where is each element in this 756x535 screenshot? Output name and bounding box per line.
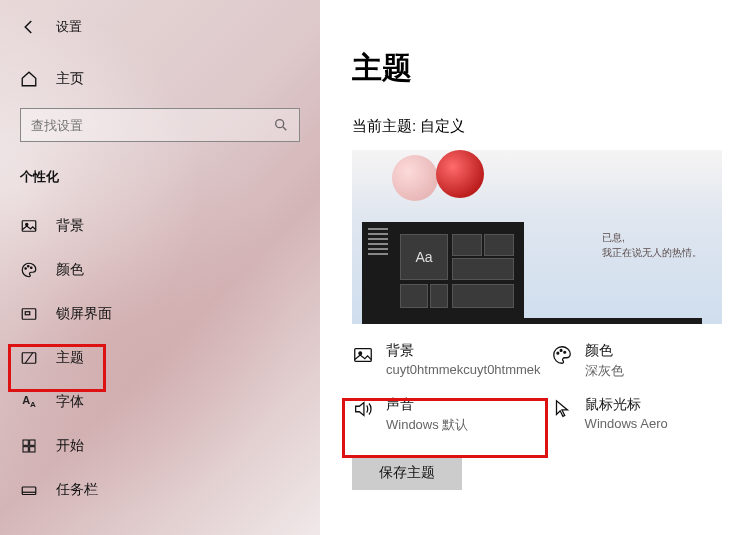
search-input[interactable]	[31, 118, 273, 133]
theme-option-color[interactable]: 颜色 深灰色	[551, 342, 738, 380]
sidebar-item-label: 背景	[56, 217, 84, 235]
back-button[interactable]	[20, 18, 38, 36]
palette-icon	[551, 344, 573, 366]
svg-point-16	[359, 352, 362, 355]
svg-rect-11	[23, 447, 28, 452]
svg-rect-6	[22, 309, 36, 320]
option-label: 鼠标光标	[585, 396, 668, 414]
svg-point-17	[557, 352, 559, 354]
sidebar-item-fonts[interactable]: AA 字体	[0, 380, 320, 424]
aa-tile: Aa	[400, 234, 448, 280]
option-value: 深灰色	[585, 362, 624, 380]
home-button[interactable]: 主页	[0, 60, 320, 108]
themes-icon	[20, 349, 38, 367]
taskbar-icon	[20, 481, 38, 499]
home-icon	[20, 70, 38, 88]
cursor-icon	[551, 398, 573, 420]
svg-rect-1	[22, 221, 36, 232]
sidebar-item-label: 主题	[56, 349, 84, 367]
sound-icon	[352, 398, 374, 420]
search-icon	[273, 117, 289, 133]
search-input-container[interactable]	[20, 108, 300, 142]
palette-icon	[20, 261, 38, 279]
svg-rect-10	[30, 440, 35, 445]
sidebar-item-background[interactable]: 背景	[0, 204, 320, 248]
theme-preview[interactable]: 已息, 我正在说无人的热情。 Aa	[352, 150, 722, 324]
svg-point-3	[25, 268, 27, 270]
svg-point-18	[560, 350, 562, 352]
svg-rect-9	[23, 440, 28, 445]
svg-point-5	[31, 267, 33, 269]
svg-rect-12	[30, 447, 35, 452]
current-theme-label: 当前主题: 自定义	[352, 117, 738, 136]
start-icon	[20, 437, 38, 455]
save-theme-button[interactable]: 保存主题	[352, 456, 462, 490]
option-value: Windows Aero	[585, 416, 668, 431]
sidebar-item-colors[interactable]: 颜色	[0, 248, 320, 292]
theme-option-sound[interactable]: 声音 Windows 默认	[352, 396, 541, 434]
page-title: 主题	[352, 48, 738, 89]
option-label: 颜色	[585, 342, 624, 360]
preview-caption: 已息, 我正在说无人的热情。	[602, 230, 702, 260]
category-header: 个性化	[0, 162, 320, 204]
option-value: cuyt0htmmekcuyt0htmmek	[386, 362, 541, 377]
home-label: 主页	[56, 70, 84, 88]
svg-point-4	[28, 266, 30, 268]
image-icon	[352, 344, 374, 366]
sidebar-item-label: 开始	[56, 437, 84, 455]
preview-start-menu: Aa	[362, 222, 524, 318]
theme-option-background[interactable]: 背景 cuyt0htmmekcuyt0htmmek	[352, 342, 541, 380]
fonts-icon: AA	[20, 393, 38, 411]
option-label: 背景	[386, 342, 541, 360]
svg-point-0	[276, 120, 284, 128]
sidebar-item-taskbar[interactable]: 任务栏	[0, 468, 320, 512]
sidebar-item-lockscreen[interactable]: 锁屏界面	[0, 292, 320, 336]
svg-rect-13	[22, 487, 36, 495]
theme-option-cursor[interactable]: 鼠标光标 Windows Aero	[551, 396, 738, 434]
sidebar-item-start[interactable]: 开始	[0, 424, 320, 468]
option-value: Windows 默认	[386, 416, 468, 434]
svg-point-19	[563, 351, 565, 353]
option-label: 声音	[386, 396, 468, 414]
sidebar-item-themes[interactable]: 主题	[0, 336, 320, 380]
app-title: 设置	[56, 18, 82, 36]
svg-rect-15	[355, 349, 372, 362]
lockscreen-icon	[20, 305, 38, 323]
preview-taskbar	[362, 318, 702, 324]
image-icon	[20, 217, 38, 235]
svg-rect-7	[25, 312, 30, 315]
sidebar-item-label: 颜色	[56, 261, 84, 279]
sidebar-item-label: 任务栏	[56, 481, 98, 499]
sidebar-item-label: 锁屏界面	[56, 305, 112, 323]
sidebar-item-label: 字体	[56, 393, 84, 411]
